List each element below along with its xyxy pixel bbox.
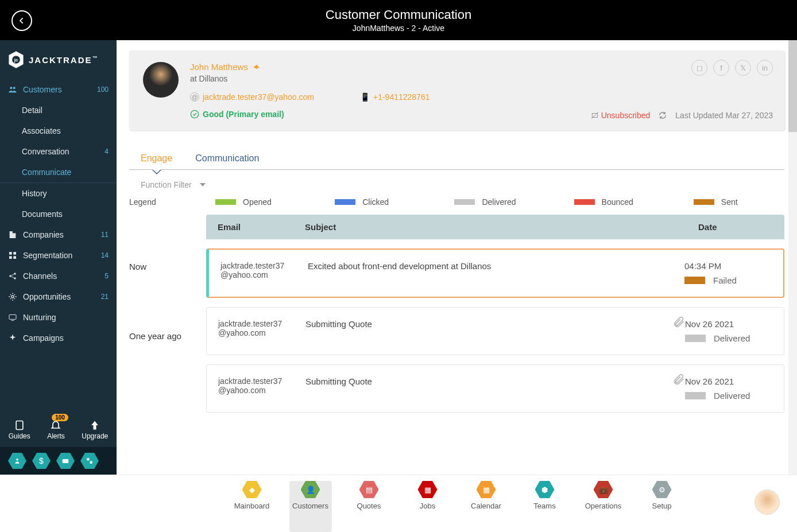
tab-engage[interactable]: Engage	[141, 153, 172, 169]
footer-hex-4[interactable]	[80, 453, 99, 469]
sidebar: jc JACKTRADE™ Customers100DetailAssociat…	[0, 40, 117, 475]
bottom-nav-jobs[interactable]: ▦Jobs	[407, 481, 449, 532]
footer-hex-2[interactable]: $	[32, 453, 51, 469]
bottom-nav-mainboard[interactable]: ◆Mainboard	[231, 481, 273, 532]
email-row[interactable]: jacktrade.tester37@yahoo.comSubmitting Q…	[206, 364, 784, 413]
nav-label: Teams	[524, 502, 566, 510]
email-row[interactable]: jacktrade.tester37@yahoo.comExcited abou…	[206, 248, 784, 298]
brand[interactable]: jc JACKTRADE™	[0, 40, 117, 79]
time-group-label: Now	[129, 257, 206, 276]
sidebar-item-segmentation[interactable]: Segmentation14	[0, 245, 117, 266]
sidebar-item-label: Campaigns	[23, 333, 64, 343]
attachment-icon	[672, 373, 685, 388]
sidebar-action-guides[interactable]: Guides	[9, 418, 30, 440]
sidebar-item-label: Companies	[23, 230, 64, 239]
nav-hex-icon: ▤	[359, 481, 379, 498]
linkedin-icon[interactable]: in	[757, 60, 773, 76]
sidebar-item-detail[interactable]: Detail	[0, 100, 117, 121]
nav-label: Jobs	[407, 502, 449, 510]
status-swatch	[684, 277, 705, 284]
user-avatar-button[interactable]	[755, 490, 780, 515]
sidebar-item-opportunities[interactable]: Opportunities21	[0, 286, 117, 307]
share-icon[interactable]	[252, 63, 261, 71]
table-header: Email Subject Date	[206, 215, 784, 239]
sidebar-item-documents[interactable]: Documents	[0, 204, 117, 224]
email-status: Delivered	[685, 391, 772, 401]
svg-point-20	[16, 459, 18, 461]
instagram-icon[interactable]: ◻	[691, 60, 707, 76]
scrollbar[interactable]	[788, 40, 797, 475]
bottom-nav-customers[interactable]: 👤Customers	[289, 481, 332, 532]
svg-rect-22	[87, 458, 89, 460]
email-date: Nov 26 2021	[685, 319, 772, 329]
svg-rect-10	[13, 256, 16, 259]
nav-hex-icon: ▦	[477, 481, 496, 498]
nav-label: Customers	[289, 502, 332, 510]
email-subject: Submitting Quote	[305, 376, 685, 401]
sidebar-item-channels[interactable]: Channels5	[0, 266, 117, 286]
sidebar-item-companies[interactable]: Companies11	[0, 224, 117, 245]
sidebar-badge: 14	[101, 251, 109, 259]
function-filter-select[interactable]: Function Filter	[141, 180, 773, 189]
sidebar-badge: 4	[105, 147, 109, 156]
content-tabs: Engage Communication	[129, 153, 784, 170]
sidebar-item-communicate[interactable]: Communicate	[0, 162, 117, 183]
scrollbar-thumb[interactable]	[788, 40, 797, 132]
legend-label: Sent	[721, 197, 738, 207]
bottom-nav-operations[interactable]: 💼Operations	[582, 481, 625, 532]
header-subject: Subject	[305, 222, 698, 232]
bottom-nav-quotes[interactable]: ▤Quotes	[348, 481, 390, 532]
nav-hex-icon: ▦	[418, 481, 438, 498]
email-subject: Submitting Quote	[305, 319, 685, 343]
bottom-nav-teams[interactable]: ⬢Teams	[524, 481, 566, 532]
arrow-up-icon	[82, 418, 108, 432]
legend-label: Clicked	[362, 197, 389, 207]
sidebar-item-label: Associates	[22, 126, 61, 135]
profile-phone[interactable]: 📱+1-9411228761	[360, 92, 430, 102]
profile-meta: Unsubscribed Last Updated Mar 27, 2023	[591, 111, 773, 120]
tab-communication[interactable]: Communication	[195, 153, 259, 169]
sidebar-item-label: Detail	[22, 106, 42, 115]
sidebar-footer: $	[0, 447, 117, 475]
svg-rect-23	[90, 461, 92, 464]
sidebar-item-customers[interactable]: Customers100	[0, 79, 117, 100]
legend-item-bounced: Bounced	[574, 197, 665, 207]
back-button[interactable]	[11, 10, 32, 31]
nav-hex-icon: 💼	[594, 481, 613, 498]
sidebar-item-associates[interactable]: Associates	[0, 121, 117, 141]
svg-line-26	[591, 112, 598, 119]
sidebar-item-label: Documents	[22, 209, 63, 219]
sidebar-bottom-actions: GuidesAlerts100Upgrade	[0, 411, 117, 447]
status-swatch	[685, 392, 706, 399]
bottom-nav-calendar[interactable]: ▦Calendar	[465, 481, 508, 532]
svg-rect-7	[9, 252, 12, 255]
at-icon: @	[190, 92, 199, 102]
facebook-icon[interactable]: f	[713, 60, 729, 76]
main-content: John Matthews at Dillanos @jacktrade.tes…	[117, 40, 797, 475]
unsubscribed-status[interactable]: Unsubscribed	[591, 111, 651, 120]
twitter-icon[interactable]: 𝕏	[735, 60, 751, 76]
nav-label: Mainboard	[231, 502, 273, 510]
profile-email[interactable]: @jacktrade.tester37@yahoo.com	[190, 92, 314, 102]
footer-hex-3[interactable]	[56, 453, 75, 469]
svg-point-4	[13, 87, 16, 89]
legend-swatch	[335, 199, 355, 205]
legend-swatch	[574, 199, 595, 205]
sidebar-item-nurturing[interactable]: Nurturing	[0, 307, 117, 328]
sidebar-item-conversation[interactable]: Conversation4	[0, 141, 117, 162]
profile-name[interactable]: John Matthews	[190, 62, 771, 72]
sidebar-action-alerts[interactable]: Alerts100	[47, 418, 65, 440]
legend-item-delivered: Delivered	[454, 197, 545, 207]
email-row[interactable]: jacktrade.tester37@yahoo.comSubmitting Q…	[206, 307, 784, 355]
sidebar-item-label: Nurturing	[23, 313, 56, 322]
bottom-nav-setup[interactable]: ⚙Setup	[641, 481, 683, 532]
sidebar-action-upgrade[interactable]: Upgrade	[82, 418, 108, 440]
sidebar-item-history[interactable]: History	[0, 183, 117, 204]
brand-logo-icon: jc	[8, 51, 24, 69]
sidebar-item-campaigns[interactable]: Campaigns	[0, 328, 117, 348]
nav-label: Quotes	[348, 502, 390, 510]
footer-hex-1[interactable]	[8, 453, 26, 469]
email-address: jacktrade.tester37@yahoo.com	[218, 319, 305, 343]
refresh-icon[interactable]	[658, 111, 667, 120]
attachment-icon	[672, 316, 685, 331]
